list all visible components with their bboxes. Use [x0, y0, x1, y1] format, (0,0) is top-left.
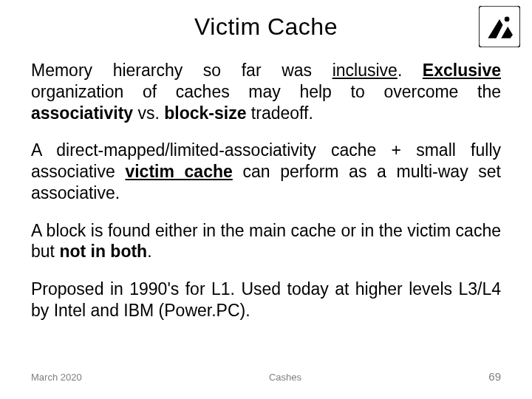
footer-date: March 2020 — [31, 372, 82, 383]
text: Proposed in 1990's for L1. Used today at… — [31, 279, 501, 320]
paragraph-2: A direct-mapped/limited-associativity ca… — [31, 140, 501, 203]
paragraph-4: Proposed in 1990's for L1. Used today at… — [31, 279, 501, 321]
text: organization of caches may help to overc… — [31, 82, 501, 101]
slide-body: Memory hierarchy so far was inclusive. E… — [31, 60, 501, 321]
text: vs. — [133, 103, 164, 123]
keyword-inclusive: inclusive — [332, 61, 398, 80]
slide-title: Victim Cache — [31, 13, 501, 41]
slide: Victim Cache Memory hierarchy so far was… — [0, 0, 532, 399]
keyword-victim-cache: victim cache — [125, 162, 232, 181]
text: Memory hierarchy so far was — [31, 61, 332, 80]
text: . — [398, 61, 423, 80]
keyword-exclusive: Exclusive — [423, 61, 501, 80]
slide-footer: March 2020 Cashes 69 — [31, 370, 501, 383]
text: . — [147, 242, 151, 261]
footer-page-number: 69 — [488, 370, 501, 383]
keyword-associativity: associativity — [31, 103, 133, 123]
paragraph-3: A block is found either in the main cach… — [31, 220, 501, 263]
institution-logo-icon — [479, 6, 520, 47]
svg-point-1 — [505, 17, 510, 22]
text: tradeoff. — [246, 103, 313, 123]
paragraph-1: Memory hierarchy so far was inclusive. E… — [31, 60, 501, 123]
footer-center: Cashes — [269, 372, 301, 383]
keyword-block-size: block-size — [164, 103, 246, 123]
keyword-not-in-both: not in both — [59, 242, 147, 261]
